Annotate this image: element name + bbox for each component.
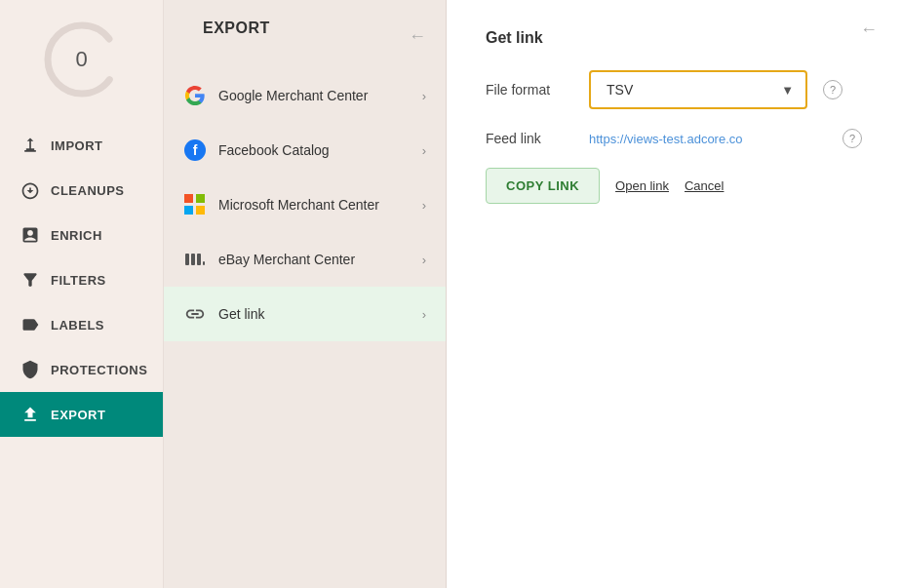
middle-panel-title: EXPORT xyxy=(183,20,290,53)
export-item-ebay[interactable]: eBay Merchant Center › xyxy=(164,232,446,287)
sidebar: 0 IMPORT CLEANUPS ENRICH FILTERS xyxy=(0,0,164,588)
getlink-chevron-icon: › xyxy=(422,307,426,322)
sidebar-item-enrich[interactable]: ENRICH xyxy=(0,213,163,257)
svg-rect-5 xyxy=(203,261,205,265)
export-item-getlink[interactable]: Get link › xyxy=(164,287,446,341)
sidebar-item-cleanups-label: CLEANUPS xyxy=(51,183,125,198)
ebay-brand-icon xyxy=(183,248,207,271)
microsoft-brand-icon xyxy=(183,193,207,216)
protections-icon xyxy=(20,359,41,380)
ebay-icon xyxy=(183,248,207,271)
feed-link-value: https://views-test.adcore.co xyxy=(589,132,827,146)
export-icon xyxy=(20,404,41,425)
facebook-brand-icon: f xyxy=(183,138,207,162)
feed-link-label: Feed link xyxy=(486,131,573,146)
feed-link-help-icon[interactable]: ? xyxy=(842,129,862,148)
file-format-select-wrapper[interactable]: TSV CSV XML JSON ▼ xyxy=(589,70,807,109)
facebook-f-icon: f xyxy=(184,139,206,161)
sidebar-item-export-label: EXPORT xyxy=(51,408,105,422)
right-panel-title: Get link xyxy=(486,29,862,47)
google-chevron-icon: › xyxy=(422,89,426,103)
filters-icon xyxy=(20,269,41,291)
middle-panel: EXPORT ← Google Merchant Center › f Face… xyxy=(164,0,447,588)
actions-row: COPY LINK Open link Cancel xyxy=(486,168,862,204)
sidebar-item-enrich-label: ENRICH xyxy=(51,228,102,243)
svg-rect-4 xyxy=(197,254,201,265)
export-item-microsoft[interactable]: Microsoft Merchant Center › xyxy=(164,177,446,232)
labels-icon xyxy=(20,314,41,335)
sidebar-item-import[interactable]: IMPORT xyxy=(0,123,163,168)
enrich-icon xyxy=(20,224,41,246)
file-format-select[interactable]: TSV CSV XML JSON xyxy=(591,72,805,107)
microsoft-chevron-icon: › xyxy=(422,198,426,213)
copy-link-button[interactable]: COPY LINK xyxy=(486,168,600,204)
export-item-getlink-label: Get link xyxy=(218,306,411,322)
sidebar-item-labels[interactable]: LABELS xyxy=(0,302,163,347)
export-item-google-label: Google Merchant Center xyxy=(218,88,411,103)
sidebar-item-protections-label: PROTECTIONS xyxy=(51,363,147,377)
sidebar-item-protections[interactable]: PROTECTIONS xyxy=(0,347,163,392)
file-format-row: File format TSV CSV XML JSON ▼ ? xyxy=(486,70,862,109)
file-format-label: File format xyxy=(486,82,573,98)
sidebar-item-filters[interactable]: FILTERS xyxy=(0,257,163,302)
sidebar-item-filters-label: FILTERS xyxy=(51,273,106,288)
svg-rect-2 xyxy=(185,254,189,265)
export-item-microsoft-label: Microsoft Merchant Center xyxy=(218,197,411,213)
sidebar-item-labels-label: LABELS xyxy=(51,318,104,333)
svg-rect-3 xyxy=(191,254,195,265)
link-chain-icon xyxy=(184,303,206,325)
export-item-ebay-label: eBay Merchant Center xyxy=(218,252,411,267)
export-item-facebook-label: Facebook Catalog xyxy=(218,142,411,158)
sidebar-item-export[interactable]: EXPORT xyxy=(0,392,163,437)
export-item-google[interactable]: Google Merchant Center › xyxy=(164,68,446,123)
cleanups-icon xyxy=(20,179,41,201)
gauge-value: 0 xyxy=(75,47,87,72)
feed-link-row: Feed link https://views-test.adcore.co ? xyxy=(486,129,862,148)
getlink-brand-icon xyxy=(183,302,207,326)
middle-back-button[interactable]: ← xyxy=(409,26,426,47)
cancel-button[interactable]: Cancel xyxy=(685,178,724,193)
export-item-facebook[interactable]: f Facebook Catalog › xyxy=(164,123,446,177)
import-icon xyxy=(20,135,41,156)
facebook-chevron-icon: › xyxy=(422,143,426,158)
ebay-chevron-icon: › xyxy=(422,253,426,267)
file-format-help-icon[interactable]: ? xyxy=(823,80,842,99)
right-panel: ← Get link File format TSV CSV XML JSON … xyxy=(447,0,901,588)
sidebar-item-import-label: IMPORT xyxy=(51,138,103,153)
google-brand-icon xyxy=(183,84,207,107)
right-panel-back-button[interactable]: ← xyxy=(860,20,878,40)
gauge: 0 xyxy=(38,16,126,103)
open-link-button[interactable]: Open link xyxy=(615,178,669,193)
sidebar-item-cleanups[interactable]: CLEANUPS xyxy=(0,168,163,213)
sidebar-nav: IMPORT CLEANUPS ENRICH FILTERS LABELS xyxy=(0,123,163,437)
microsoft-grid-icon xyxy=(184,194,206,216)
